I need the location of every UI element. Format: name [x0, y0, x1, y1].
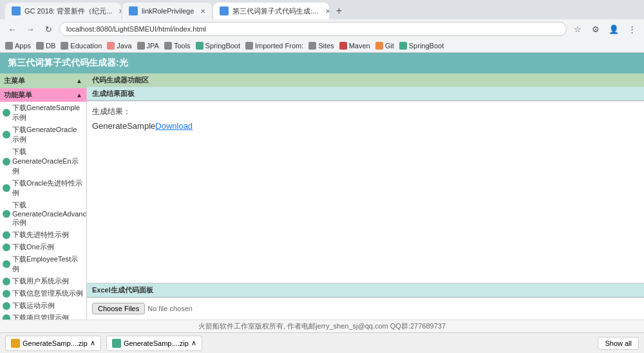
sidebar-item-label-8: 下载用户系统示例	[12, 276, 69, 286]
sidebar-item-9[interactable]: 下载信息管理系统示例	[0, 287, 86, 300]
bookmark-icon-java	[107, 42, 115, 50]
extensions-icon[interactable]: ⚙	[589, 22, 603, 36]
bookmark-maven[interactable]: Maven	[339, 42, 370, 50]
sidebar-item-8[interactable]: 下载用户系统示例	[0, 275, 86, 287]
show-all-button[interactable]: Show all	[598, 337, 639, 350]
sidebar-item-icon-10	[3, 302, 10, 310]
download-file-icon-2	[112, 339, 121, 348]
bookmark-icon-imported	[245, 42, 253, 50]
bookmark-icon-sites	[308, 42, 316, 50]
panel-header: 代码生成器功能区	[87, 73, 644, 87]
star-icon[interactable]: ☆	[571, 22, 585, 36]
bookmark-sites[interactable]: Sites	[308, 42, 334, 50]
page-header: 第三代词算子式代码生成器:光	[0, 53, 644, 73]
tab-gc2018[interactable]: GC 2018: 背景新件（纪元... ✕	[5, 3, 121, 19]
bookmark-label-jpa: JPA	[147, 42, 159, 50]
address-bar[interactable]: localhost:8080/LightSBMEUI/html/index.ht…	[59, 22, 567, 36]
sidebar-item-label-0: 下载GenerateSample示例	[12, 103, 84, 122]
bookmark-jpa[interactable]: JPA	[137, 42, 159, 50]
download-link[interactable]: Download	[155, 121, 193, 131]
sidebar-function-collapse-btn[interactable]: ▲	[76, 91, 82, 99]
sidebar-main-menu-label: 主菜单	[4, 76, 25, 86]
bookmark-label-sites: Sites	[318, 42, 334, 50]
menu-icon[interactable]: ⋮	[625, 22, 639, 36]
bookmark-java[interactable]: Java	[107, 42, 131, 50]
account-icon[interactable]: 👤	[607, 22, 621, 36]
download-chevron-1: ∧	[90, 339, 95, 347]
choose-files-button[interactable]: Choose Files	[92, 303, 145, 314]
back-button[interactable]: ←	[5, 22, 19, 36]
bookmark-imported[interactable]: Imported From:	[245, 42, 303, 50]
sidebar-item-icon-8	[3, 278, 10, 285]
sidebar-item-2[interactable]: 下载GenerateOracleEn示例	[0, 146, 86, 177]
sidebar-item-1[interactable]: 下载GenerateOracle示例	[0, 124, 86, 146]
reload-button[interactable]: ↻	[41, 22, 55, 36]
sidebar-item-label-9: 下载信息管理系统示例	[12, 289, 83, 298]
sidebar-item-11[interactable]: 下载项目管理示例	[0, 312, 86, 320]
bookmark-icon-tools	[164, 42, 172, 50]
bookmark-springboot1[interactable]: SpringBoot	[196, 42, 240, 50]
tab-close-1[interactable]: ✕	[118, 8, 121, 15]
tab-linkrole[interactable]: linkRolePrivilege ✕	[122, 3, 212, 19]
bookmark-icon-apps	[5, 42, 13, 50]
sidebar: 主菜单 ▲ 功能菜单 ▲ 下载GenerateSample示例 下载Genera…	[0, 73, 87, 320]
bookmark-icon-db	[36, 42, 44, 50]
tab-close-2[interactable]: ✕	[200, 8, 205, 15]
excel-section-header: Excel生成代码面板	[87, 283, 644, 298]
excel-section-label: Excel生成代码面板	[92, 285, 153, 295]
tab-close-3[interactable]: ✕	[325, 8, 330, 15]
sidebar-item-icon-7	[3, 260, 10, 268]
bookmark-label-maven: Maven	[349, 42, 370, 50]
bookmark-label-db: DB	[46, 42, 55, 50]
bookmark-label-imported: Imported From:	[255, 42, 303, 50]
sidebar-item-label-3: 下载Oracle先进特性示例	[12, 178, 84, 198]
bookmark-label-apps: Apps	[15, 42, 31, 50]
bookmark-icon-jpa	[137, 42, 145, 50]
tab-favicon-3	[220, 6, 229, 15]
sidebar-item-4[interactable]: 下载GenerateOracleAdvancedEn示例	[0, 199, 86, 229]
bookmarks-bar: Apps DB Education Java JPA Tools SpringB…	[0, 39, 644, 53]
new-tab-button[interactable]: +	[330, 3, 347, 19]
file-chosen-label: No file chosen	[147, 305, 193, 312]
sidebar-collapse-btn[interactable]: ▲	[76, 77, 82, 84]
right-panel: 代码生成器功能区 生成结果面板 生成结果： GenerateSampleDown…	[87, 73, 644, 320]
download-item-1[interactable]: GenerateSamp....zip ∧	[5, 336, 101, 351]
bookmark-git[interactable]: Git	[375, 42, 394, 50]
sidebar-item-10[interactable]: 下载运动示例	[0, 300, 86, 312]
sidebar-item-6[interactable]: 下载One示例	[0, 241, 86, 253]
sidebar-item-icon-11	[3, 314, 10, 320]
tab-favicon-2	[129, 6, 138, 15]
sidebar-item-label-5: 下载先进特性示例	[12, 230, 69, 240]
tab-label-1: GC 2018: 背景新件（纪元...	[24, 6, 112, 16]
sidebar-item-label-1: 下载GenerateOracle示例	[12, 125, 84, 144]
sidebar-item-0[interactable]: 下载GenerateSample示例	[0, 102, 86, 124]
bookmark-label-springboot1: SpringBoot	[205, 42, 240, 50]
tab-codegen[interactable]: 第三代词算子式代码生成:... ✕	[213, 3, 329, 19]
page-title: 第三代词算子式代码生成器:光	[8, 57, 128, 69]
download-chevron-2: ∧	[191, 339, 196, 347]
bookmark-springboot2[interactable]: SpringBoot	[399, 42, 444, 50]
bookmark-education[interactable]: Education	[61, 42, 102, 50]
forward-button[interactable]: →	[23, 22, 37, 36]
sidebar-item-7[interactable]: 下载EmployeeTest示例	[0, 253, 86, 275]
tab-bar: GC 2018: 背景新件（纪元... ✕ linkRolePrivilege …	[0, 0, 644, 19]
tab-label-3: 第三代词算子式代码生成:...	[232, 6, 318, 16]
bookmark-tools[interactable]: Tools	[164, 42, 191, 50]
result-text: GenerateSample	[92, 121, 155, 131]
sidebar-item-label-7: 下载EmployeeTest示例	[12, 254, 84, 274]
nav-bar: ← → ↻ localhost:8080/LightSBMEUI/html/in…	[0, 19, 644, 39]
bookmark-apps[interactable]: Apps	[5, 42, 31, 50]
bookmark-db[interactable]: DB	[36, 42, 55, 50]
download-item-2[interactable]: GenerateSamp....zip ∧	[106, 336, 202, 351]
sidebar-main-menu-header: 主菜单 ▲	[0, 73, 86, 88]
result-label: 生成结果：	[92, 106, 639, 117]
bookmark-icon-springboot1	[196, 42, 204, 50]
download-file-icon-1	[11, 339, 20, 348]
bookmark-label-java: Java	[117, 42, 131, 50]
sidebar-item-3[interactable]: 下载Oracle先进特性示例	[0, 177, 86, 199]
sidebar-item-icon-6	[3, 243, 10, 251]
sidebar-item-5[interactable]: 下载先进特性示例	[0, 229, 86, 241]
sidebar-function-menu-section: 功能菜单 ▲	[0, 88, 86, 102]
bookmark-icon-maven	[339, 42, 347, 50]
sidebar-item-icon-1	[3, 131, 10, 138]
